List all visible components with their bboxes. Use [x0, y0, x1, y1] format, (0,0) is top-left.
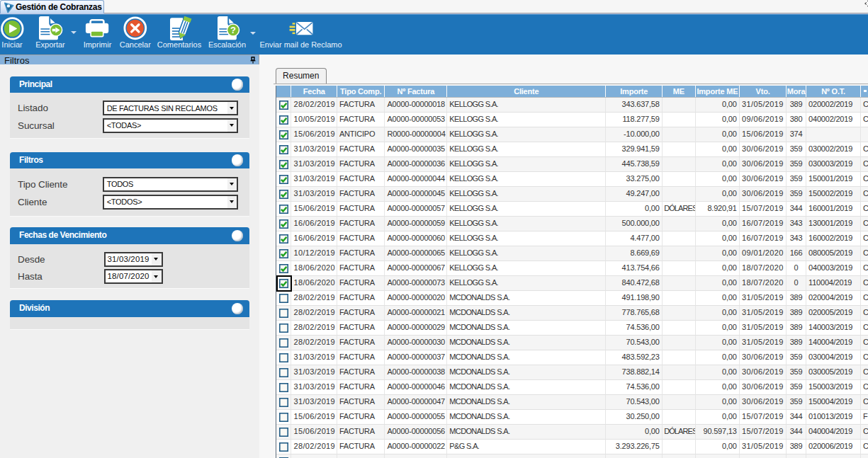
svg-text:?: ?	[230, 25, 236, 35]
